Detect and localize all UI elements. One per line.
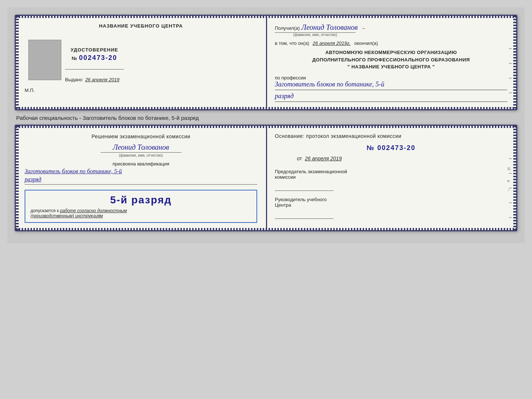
protocol-number-value: 002473-20 [377, 144, 416, 152]
protocol-number: № 002473-20 [275, 144, 507, 152]
cert-number-block: УДОСТОВЕРЕНИЕ № 002473-20 [65, 47, 124, 62]
dash2-5: – [509, 214, 512, 220]
issued-line: Выдано 26 апреля 2019 [65, 77, 124, 82]
decision-name: Леонид Толованов [101, 143, 181, 153]
card1-title: НАЗВАНИЕ УЧЕБНОГО ЦЕНТРА [25, 23, 257, 29]
chairman-label2: комиссии [275, 174, 507, 180]
specialty-label: Рабочая специальность - Заготовитель бло… [15, 115, 517, 121]
card1-right-panel: Получил(а) Леонид Толованов – (фамилия, … [266, 16, 516, 109]
profession-name: Заготовитель блоков по ботанике, 5-й [275, 81, 507, 90]
date-value: 26 апреля 2019 [305, 156, 342, 161]
vertical-text-И: И [507, 167, 511, 171]
card1-left-panel: НАЗВАНИЕ УЧЕБНОГО ЦЕНТРА УДОСТОВЕРЕНИЕ №… [16, 16, 266, 109]
stamp-prefix: допускается к [30, 208, 59, 213]
cert-number-prefix: № [72, 56, 78, 61]
head-label2: Центра [275, 202, 507, 208]
recipient-block: Получил(а) Леонид Толованов – (фамилия, … [275, 23, 507, 37]
mp-label: М.П. [25, 88, 257, 93]
org-line1: АВТОНОМНУЮ НЕКОММЕРЧЕСКУЮ ОРГАНИЗАЦИЮ [275, 49, 507, 56]
verified-suffix: окончил(а) [354, 40, 378, 46]
document-card-1: НАЗВАНИЕ УЧЕБНОГО ЦЕНТРА УДОСТОВЕРЕНИЕ №… [15, 15, 517, 110]
date-prefix: от [297, 156, 302, 161]
dash-decorations-2: – [509, 60, 512, 66]
recipient-subtext: (фамилия, имя, отчество) [275, 32, 356, 37]
basis-title: Основание: протокол экзаменационной коми… [275, 133, 507, 139]
verified-date: 26 апреля 2019г. [313, 40, 351, 46]
stamp-box: 5-й разряд допускается к работе согласно… [25, 190, 257, 223]
stamp-italic2: (производственным) инструкциям [30, 213, 103, 218]
protocol-prefix: № [367, 144, 375, 152]
org-block: АВТОНОМНУЮ НЕКОММЕРЧЕСКУЮ ОРГАНИЗАЦИЮ ДО… [275, 49, 507, 71]
dash-decorations-1: – [509, 45, 512, 51]
org-line3: " НАЗВАНИЕ УЧЕБНОГО ЦЕНТРА " [275, 63, 507, 71]
photo-placeholder [28, 40, 61, 80]
head-signature-line [275, 210, 334, 219]
dash2-1: – [509, 155, 512, 161]
stamp-italic: работе согласно должностным [60, 208, 127, 213]
recipient-name: Леонид Толованов [301, 23, 357, 31]
dash2-6: – [509, 229, 512, 232]
vertical-text-а: а [507, 180, 511, 182]
rank-block: разряд [25, 176, 257, 185]
decision-subtext: (фамилия, имя, отчество) [101, 153, 181, 157]
stamp-description: допускается к работе согласно должностны… [30, 208, 251, 218]
issued-label: Выдано [65, 77, 82, 82]
vertical-text-arrow: ← [507, 188, 511, 193]
qualification-label: присвоена квалификация [25, 161, 257, 167]
card2-right-panel: Основание: протокол экзаменационной коми… [266, 126, 516, 231]
cert-number: 002473-20 [79, 54, 117, 61]
rank-text: разряд [275, 92, 507, 102]
issued-date: 26 апреля 2019 [85, 77, 119, 82]
stamp-rank: 5-й разряд [30, 194, 251, 206]
card2-left-panel: Решением экзаменационной комиссии Леонид… [16, 126, 266, 231]
cert-label: УДОСТОВЕРЕНИЕ [65, 47, 124, 53]
dash-decorations-4: – [509, 89, 512, 95]
head-block: Руководитель учебного Центра [275, 197, 507, 219]
decision-title: Решением экзаменационной комиссии [25, 133, 257, 140]
page-wrapper: НАЗВАНИЕ УЧЕБНОГО ЦЕНТРА УДОСТОВЕРЕНИЕ №… [7, 7, 525, 243]
recipient-prefix: Получил(а) [275, 25, 300, 31]
head-label: Руководитель учебного [275, 197, 507, 202]
chairman-label: Председатель экзаменационной [275, 169, 507, 174]
document-card-2: Решением экзаменационной комиссии Леонид… [15, 125, 517, 232]
qualification-name: Заготовитель блоков по ботанике, 5-й [25, 168, 257, 175]
profession-label: по профессии [275, 75, 507, 81]
dash-decorations-5: – [509, 104, 512, 110]
chairman-block: Председатель экзаменационной комиссии [275, 169, 507, 191]
verified-line: в том, что он(а) 26 апреля 2019г. окончи… [275, 40, 507, 46]
chairman-signature-line [275, 182, 334, 191]
dash-decorations-3: – [509, 75, 512, 81]
dash2-4: – [509, 199, 512, 205]
verified-prefix: в том, что он(а) [275, 40, 309, 46]
org-line2: ДОПОЛНИТЕЛЬНОГО ПРОФЕССИОНАЛЬНОГО ОБРАЗО… [275, 56, 507, 64]
date-line: от 26 апреля 2019 [297, 156, 507, 161]
